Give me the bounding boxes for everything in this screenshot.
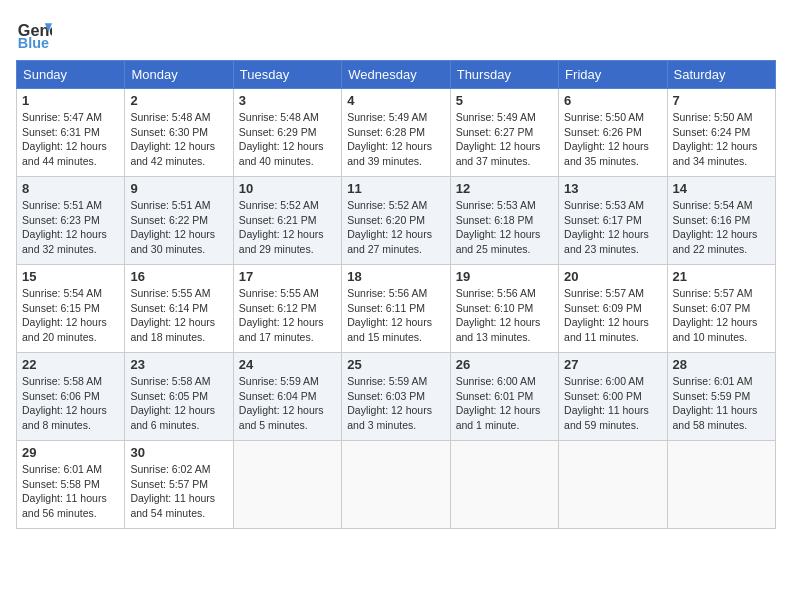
day-number: 14	[673, 181, 770, 196]
weekday-header-row: SundayMondayTuesdayWednesdayThursdayFrid…	[17, 61, 776, 89]
weekday-header: Monday	[125, 61, 233, 89]
calendar-cell	[233, 441, 341, 529]
day-number: 26	[456, 357, 553, 372]
weekday-header: Sunday	[17, 61, 125, 89]
calendar-cell: 24 Sunrise: 5:59 AMSunset: 6:04 PMDaylig…	[233, 353, 341, 441]
day-info: Sunrise: 5:51 AMSunset: 6:22 PMDaylight:…	[130, 199, 215, 255]
day-number: 10	[239, 181, 336, 196]
calendar-cell: 20 Sunrise: 5:57 AMSunset: 6:09 PMDaylig…	[559, 265, 667, 353]
day-number: 2	[130, 93, 227, 108]
day-info: Sunrise: 6:00 AMSunset: 6:00 PMDaylight:…	[564, 375, 649, 431]
day-number: 25	[347, 357, 444, 372]
calendar-cell: 18 Sunrise: 5:56 AMSunset: 6:11 PMDaylig…	[342, 265, 450, 353]
day-info: Sunrise: 5:55 AMSunset: 6:14 PMDaylight:…	[130, 287, 215, 343]
calendar-week-row: 22 Sunrise: 5:58 AMSunset: 6:06 PMDaylig…	[17, 353, 776, 441]
day-number: 5	[456, 93, 553, 108]
calendar-cell: 3 Sunrise: 5:48 AMSunset: 6:29 PMDayligh…	[233, 89, 341, 177]
calendar-cell: 11 Sunrise: 5:52 AMSunset: 6:20 PMDaylig…	[342, 177, 450, 265]
day-info: Sunrise: 5:53 AMSunset: 6:18 PMDaylight:…	[456, 199, 541, 255]
day-number: 20	[564, 269, 661, 284]
calendar-cell: 7 Sunrise: 5:50 AMSunset: 6:24 PMDayligh…	[667, 89, 775, 177]
day-number: 28	[673, 357, 770, 372]
calendar-cell: 30 Sunrise: 6:02 AMSunset: 5:57 PMDaylig…	[125, 441, 233, 529]
calendar-cell: 28 Sunrise: 6:01 AMSunset: 5:59 PMDaylig…	[667, 353, 775, 441]
day-info: Sunrise: 5:59 AMSunset: 6:03 PMDaylight:…	[347, 375, 432, 431]
day-number: 12	[456, 181, 553, 196]
calendar-cell: 19 Sunrise: 5:56 AMSunset: 6:10 PMDaylig…	[450, 265, 558, 353]
weekday-header: Friday	[559, 61, 667, 89]
calendar-cell: 22 Sunrise: 5:58 AMSunset: 6:06 PMDaylig…	[17, 353, 125, 441]
calendar-cell: 25 Sunrise: 5:59 AMSunset: 6:03 PMDaylig…	[342, 353, 450, 441]
weekday-header: Wednesday	[342, 61, 450, 89]
calendar-cell: 26 Sunrise: 6:00 AMSunset: 6:01 PMDaylig…	[450, 353, 558, 441]
day-info: Sunrise: 5:58 AMSunset: 6:06 PMDaylight:…	[22, 375, 107, 431]
calendar-cell: 15 Sunrise: 5:54 AMSunset: 6:15 PMDaylig…	[17, 265, 125, 353]
day-number: 4	[347, 93, 444, 108]
weekday-header: Tuesday	[233, 61, 341, 89]
calendar-cell: 8 Sunrise: 5:51 AMSunset: 6:23 PMDayligh…	[17, 177, 125, 265]
day-number: 16	[130, 269, 227, 284]
day-info: Sunrise: 5:56 AMSunset: 6:10 PMDaylight:…	[456, 287, 541, 343]
day-number: 13	[564, 181, 661, 196]
day-number: 17	[239, 269, 336, 284]
day-info: Sunrise: 5:58 AMSunset: 6:05 PMDaylight:…	[130, 375, 215, 431]
day-info: Sunrise: 6:00 AMSunset: 6:01 PMDaylight:…	[456, 375, 541, 431]
day-info: Sunrise: 5:57 AMSunset: 6:07 PMDaylight:…	[673, 287, 758, 343]
day-number: 15	[22, 269, 119, 284]
day-info: Sunrise: 5:51 AMSunset: 6:23 PMDaylight:…	[22, 199, 107, 255]
calendar-cell	[450, 441, 558, 529]
day-info: Sunrise: 5:54 AMSunset: 6:15 PMDaylight:…	[22, 287, 107, 343]
day-info: Sunrise: 5:50 AMSunset: 6:24 PMDaylight:…	[673, 111, 758, 167]
calendar-cell: 2 Sunrise: 5:48 AMSunset: 6:30 PMDayligh…	[125, 89, 233, 177]
calendar-cell	[559, 441, 667, 529]
calendar-week-row: 29 Sunrise: 6:01 AMSunset: 5:58 PMDaylig…	[17, 441, 776, 529]
calendar-cell	[667, 441, 775, 529]
day-info: Sunrise: 5:52 AMSunset: 6:21 PMDaylight:…	[239, 199, 324, 255]
day-info: Sunrise: 5:55 AMSunset: 6:12 PMDaylight:…	[239, 287, 324, 343]
day-number: 9	[130, 181, 227, 196]
calendar-week-row: 15 Sunrise: 5:54 AMSunset: 6:15 PMDaylig…	[17, 265, 776, 353]
day-number: 30	[130, 445, 227, 460]
day-number: 6	[564, 93, 661, 108]
calendar-cell	[342, 441, 450, 529]
day-info: Sunrise: 5:57 AMSunset: 6:09 PMDaylight:…	[564, 287, 649, 343]
day-number: 7	[673, 93, 770, 108]
calendar-cell: 14 Sunrise: 5:54 AMSunset: 6:16 PMDaylig…	[667, 177, 775, 265]
day-info: Sunrise: 5:48 AMSunset: 6:30 PMDaylight:…	[130, 111, 215, 167]
day-info: Sunrise: 5:56 AMSunset: 6:11 PMDaylight:…	[347, 287, 432, 343]
day-number: 1	[22, 93, 119, 108]
weekday-header: Thursday	[450, 61, 558, 89]
day-info: Sunrise: 5:54 AMSunset: 6:16 PMDaylight:…	[673, 199, 758, 255]
day-info: Sunrise: 5:59 AMSunset: 6:04 PMDaylight:…	[239, 375, 324, 431]
day-info: Sunrise: 5:53 AMSunset: 6:17 PMDaylight:…	[564, 199, 649, 255]
weekday-header: Saturday	[667, 61, 775, 89]
day-number: 29	[22, 445, 119, 460]
calendar-cell: 1 Sunrise: 5:47 AMSunset: 6:31 PMDayligh…	[17, 89, 125, 177]
calendar-cell: 16 Sunrise: 5:55 AMSunset: 6:14 PMDaylig…	[125, 265, 233, 353]
svg-text:Blue: Blue	[18, 35, 49, 51]
day-info: Sunrise: 5:52 AMSunset: 6:20 PMDaylight:…	[347, 199, 432, 255]
day-number: 11	[347, 181, 444, 196]
day-info: Sunrise: 6:01 AMSunset: 5:58 PMDaylight:…	[22, 463, 107, 519]
calendar-week-row: 8 Sunrise: 5:51 AMSunset: 6:23 PMDayligh…	[17, 177, 776, 265]
calendar-cell: 12 Sunrise: 5:53 AMSunset: 6:18 PMDaylig…	[450, 177, 558, 265]
logo: General Blue	[16, 16, 52, 52]
day-number: 23	[130, 357, 227, 372]
day-info: Sunrise: 5:47 AMSunset: 6:31 PMDaylight:…	[22, 111, 107, 167]
logo-icon: General Blue	[16, 16, 52, 52]
day-info: Sunrise: 6:02 AMSunset: 5:57 PMDaylight:…	[130, 463, 215, 519]
calendar-cell: 29 Sunrise: 6:01 AMSunset: 5:58 PMDaylig…	[17, 441, 125, 529]
day-number: 8	[22, 181, 119, 196]
calendar-cell: 5 Sunrise: 5:49 AMSunset: 6:27 PMDayligh…	[450, 89, 558, 177]
day-number: 27	[564, 357, 661, 372]
calendar-cell: 4 Sunrise: 5:49 AMSunset: 6:28 PMDayligh…	[342, 89, 450, 177]
day-info: Sunrise: 5:49 AMSunset: 6:27 PMDaylight:…	[456, 111, 541, 167]
page-header: General Blue	[16, 16, 776, 52]
calendar-cell: 21 Sunrise: 5:57 AMSunset: 6:07 PMDaylig…	[667, 265, 775, 353]
day-info: Sunrise: 5:50 AMSunset: 6:26 PMDaylight:…	[564, 111, 649, 167]
day-number: 19	[456, 269, 553, 284]
calendar-cell: 17 Sunrise: 5:55 AMSunset: 6:12 PMDaylig…	[233, 265, 341, 353]
calendar-cell: 9 Sunrise: 5:51 AMSunset: 6:22 PMDayligh…	[125, 177, 233, 265]
day-info: Sunrise: 5:49 AMSunset: 6:28 PMDaylight:…	[347, 111, 432, 167]
day-number: 24	[239, 357, 336, 372]
